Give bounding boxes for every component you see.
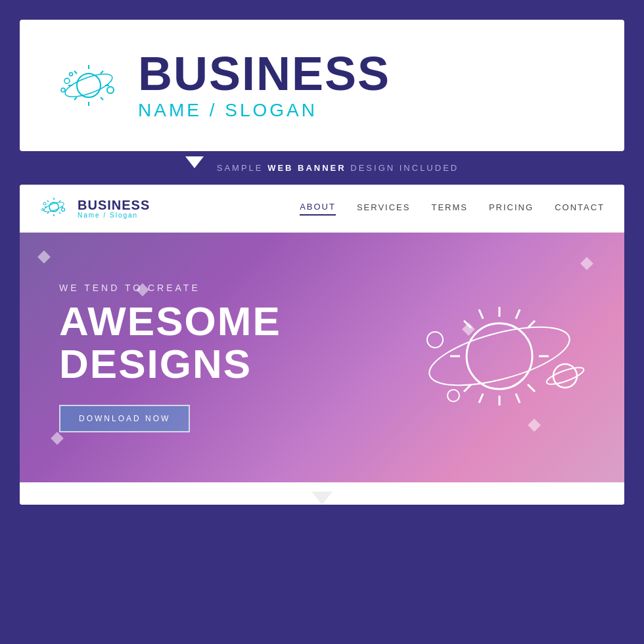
bottom-arrow-wrap (20, 482, 624, 505)
svg-point-24 (62, 208, 65, 212)
nav-link-about[interactable]: ABOUT (300, 202, 336, 216)
hero-solar-icon (407, 281, 591, 432)
nav-business-name: BUSINESS (78, 198, 150, 212)
svg-line-22 (47, 212, 49, 214)
nav-link-pricing[interactable]: PRICING (489, 202, 534, 215)
business-subtitle: NAME / SLOGAN (138, 100, 390, 121)
svg-point-25 (43, 202, 46, 205)
top-banner: BUSINESS NAME / SLOGAN (20, 20, 624, 151)
svg-line-21 (59, 200, 60, 202)
svg-point-26 (42, 209, 44, 211)
nav-links: ABOUT SERVICES TERMS PRICING CONTACT (300, 202, 605, 216)
nav-link-contact[interactable]: CONTACT (555, 202, 605, 215)
svg-line-7 (101, 71, 103, 74)
download-now-button[interactable]: DOWNLOAD NOW (59, 405, 190, 432)
hero-right (407, 281, 591, 434)
svg-line-6 (101, 97, 103, 100)
svg-line-32 (464, 321, 471, 328)
nav-logo-text: BUSINESS Name / Slogan (78, 198, 150, 219)
bottom-arrow-icon (311, 492, 333, 505)
diamond-1 (37, 250, 51, 264)
svg-point-11 (64, 78, 70, 83)
svg-line-38 (479, 394, 483, 403)
logo-icon-large (53, 56, 125, 115)
svg-point-43 (427, 332, 443, 348)
svg-point-42 (545, 364, 586, 388)
svg-line-5 (74, 71, 77, 74)
arrow-down-icon (185, 156, 204, 168)
svg-point-12 (61, 88, 65, 92)
nav-logo-icon (39, 195, 71, 221)
svg-point-13 (70, 73, 73, 76)
hero-heading-line2: DESIGNS (59, 341, 252, 386)
svg-point-27 (467, 323, 532, 389)
svg-line-39 (516, 394, 520, 403)
hero-tagline: WE TEND TO CREATE (59, 283, 281, 293)
svg-point-10 (107, 87, 114, 93)
nav-link-terms[interactable]: TERMS (431, 202, 468, 215)
business-text-block: BUSINESS NAME / SLOGAN (138, 50, 390, 121)
nav-bar: BUSINESS Name / Slogan ABOUT SERVICES TE… (20, 185, 624, 233)
nav-logo: BUSINESS Name / Slogan (39, 195, 150, 221)
svg-line-20 (59, 212, 60, 214)
svg-line-36 (479, 310, 483, 319)
middle-strip: SAMPLE WEB BANNER DESIGN INCLUDED (185, 151, 459, 185)
nav-business-sub: Name / Slogan (78, 212, 150, 219)
nav-link-services[interactable]: SERVICES (357, 202, 411, 215)
svg-line-8 (74, 97, 77, 100)
svg-point-44 (448, 390, 459, 402)
diamond-3 (51, 432, 64, 445)
hero-heading: AWESOME DESIGNS (59, 300, 281, 385)
hero-section: WE TEND TO CREATE AWESOME DESIGNS DOWNLO… (20, 233, 624, 482)
svg-line-19 (47, 200, 49, 202)
svg-line-33 (528, 384, 535, 392)
hero-left: WE TEND TO CREATE AWESOME DESIGNS DOWNLO… (59, 283, 281, 432)
business-title: BUSINESS (138, 50, 390, 97)
svg-line-37 (516, 310, 520, 319)
hero-heading-line1: AWESOME (59, 298, 281, 344)
website-card: BUSINESS Name / Slogan ABOUT SERVICES TE… (20, 185, 624, 505)
strip-text: SAMPLE WEB BANNER DESIGN INCLUDED (217, 163, 459, 173)
diamond-4 (580, 257, 593, 270)
page-wrapper: BUSINESS NAME / SLOGAN SAMPLE WEB BANNER… (0, 0, 644, 644)
